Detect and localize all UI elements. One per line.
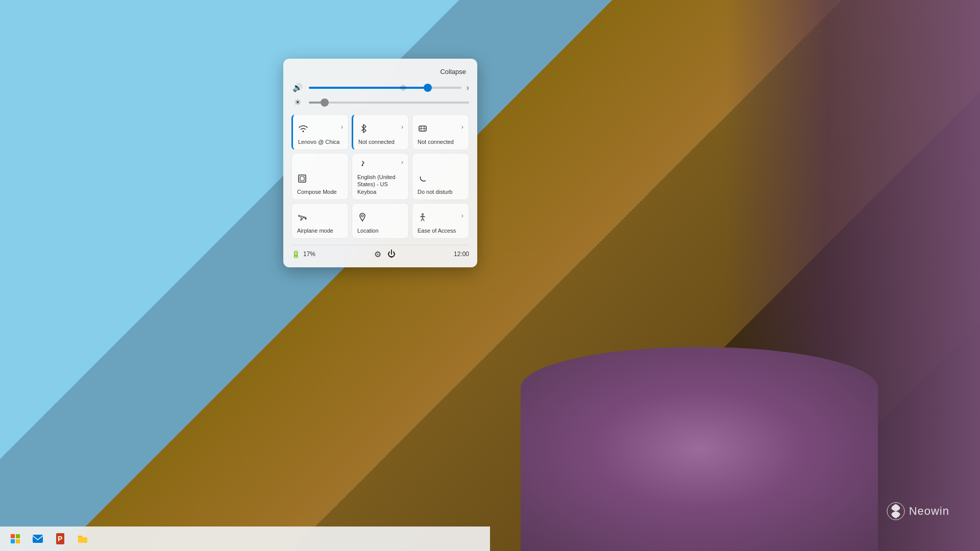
ease-label: Ease of Access bbox=[418, 227, 463, 234]
settings-icon[interactable]: ⚙ bbox=[374, 249, 381, 259]
brightness-thumb bbox=[321, 98, 329, 107]
collapse-button[interactable]: Collapse bbox=[437, 67, 469, 77]
airplane-icon bbox=[297, 212, 307, 225]
wifi-chevron: › bbox=[341, 123, 343, 131]
airplane-btn-header bbox=[297, 212, 343, 225]
volume-chevron[interactable]: › bbox=[467, 83, 469, 92]
svg-point-3 bbox=[362, 165, 363, 166]
wifi-btn-header: › bbox=[298, 123, 343, 136]
bluetooth-label: Not connected bbox=[358, 138, 403, 145]
action-center-footer: 🔋 17% ⚙ ⏻ 12:00 bbox=[291, 245, 469, 259]
dnd-button[interactable]: Do not disturb bbox=[412, 153, 469, 200]
dnd-icon bbox=[418, 173, 428, 186]
battery-icon: 🔋 bbox=[291, 250, 300, 258]
vpn-label: Not connected bbox=[418, 138, 463, 145]
ease-icon bbox=[418, 212, 428, 225]
dnd-label: Do not disturb bbox=[418, 188, 463, 195]
vpn-button[interactable]: › Not connected bbox=[412, 114, 469, 150]
files-taskbar-icon[interactable] bbox=[72, 529, 93, 549]
svg-point-4 bbox=[361, 215, 363, 217]
settings-row: ⚙ ⏻ bbox=[374, 249, 396, 259]
airplane-button[interactable]: Airplane mode bbox=[291, 203, 349, 239]
start-button[interactable] bbox=[5, 529, 26, 549]
volume-fill bbox=[309, 87, 428, 89]
action-center-panel: Collapse 🔊 › ☀ bbox=[283, 59, 477, 267]
time-display: 12:00 bbox=[454, 251, 469, 258]
ease-button[interactable]: › Ease of Access bbox=[412, 203, 469, 239]
neowin-icon bbox=[887, 502, 905, 520]
airplane-label: Airplane mode bbox=[297, 227, 343, 234]
keyboard-label: English (United States) - US Keyboa bbox=[357, 173, 403, 195]
brightness-icon: ☀ bbox=[291, 97, 304, 107]
wifi-icon bbox=[298, 123, 308, 136]
battery-info: 🔋 17% bbox=[291, 250, 315, 258]
compose-icon bbox=[297, 173, 307, 186]
keyboard-btn-header: › bbox=[357, 159, 403, 171]
bluetooth-icon bbox=[358, 123, 369, 136]
dnd-btn-header bbox=[418, 173, 463, 186]
vpn-chevron: › bbox=[461, 123, 463, 131]
location-button[interactable]: Location bbox=[352, 203, 409, 239]
wifi-label: Lenovo @ Chica bbox=[298, 138, 343, 145]
wifi-button[interactable]: › Lenovo @ Chica bbox=[291, 114, 349, 150]
powerpoint-taskbar-icon[interactable]: P bbox=[50, 529, 70, 549]
vpn-icon bbox=[418, 123, 428, 136]
brightness-row: ☀ bbox=[291, 97, 469, 107]
svg-rect-7 bbox=[16, 534, 20, 538]
compose-btn-header bbox=[297, 173, 343, 186]
location-btn-header bbox=[357, 212, 403, 225]
battery-percent: 17% bbox=[303, 251, 315, 258]
power-icon[interactable]: ⏻ bbox=[387, 249, 396, 259]
volume-dot bbox=[400, 85, 406, 91]
compose-label: Compose Mode bbox=[297, 188, 343, 195]
table-surface bbox=[521, 347, 878, 551]
volume-icon: 🔊 bbox=[291, 83, 304, 92]
volume-slider[interactable] bbox=[309, 87, 461, 89]
quick-actions-grid: › Lenovo @ Chica › Not connected bbox=[291, 114, 469, 239]
volume-thumb bbox=[424, 84, 432, 92]
svg-rect-2 bbox=[300, 177, 304, 181]
keyboard-button[interactable]: › English (United States) - US Keyboa bbox=[352, 153, 409, 200]
taskbar: P bbox=[0, 527, 490, 551]
svg-rect-8 bbox=[11, 539, 15, 543]
bt-btn-header: › bbox=[358, 123, 403, 136]
keyboard-icon bbox=[357, 159, 368, 171]
brightness-fill bbox=[309, 102, 325, 104]
svg-rect-6 bbox=[11, 534, 15, 538]
compose-button[interactable]: Compose Mode bbox=[291, 153, 349, 200]
svg-rect-9 bbox=[16, 539, 20, 543]
action-center-header: Collapse bbox=[291, 67, 469, 77]
bluetooth-button[interactable]: › Not connected bbox=[352, 114, 409, 150]
svg-rect-1 bbox=[299, 175, 306, 182]
neowin-text: Neowin bbox=[909, 505, 949, 518]
svg-point-5 bbox=[422, 213, 424, 215]
brightness-slider[interactable] bbox=[309, 102, 469, 104]
svg-text:P: P bbox=[58, 535, 62, 543]
mail-taskbar-icon[interactable] bbox=[28, 529, 48, 549]
svg-rect-10 bbox=[33, 535, 43, 543]
ease-chevron: › bbox=[461, 212, 463, 219]
bt-chevron: › bbox=[401, 123, 403, 131]
neowin-watermark: Neowin bbox=[887, 502, 949, 520]
location-icon bbox=[357, 212, 368, 225]
keyboard-chevron: › bbox=[401, 159, 403, 166]
volume-row: 🔊 › bbox=[291, 83, 469, 92]
location-label: Location bbox=[357, 227, 403, 234]
vpn-btn-header: › bbox=[418, 123, 463, 136]
ease-btn-header: › bbox=[418, 212, 463, 225]
